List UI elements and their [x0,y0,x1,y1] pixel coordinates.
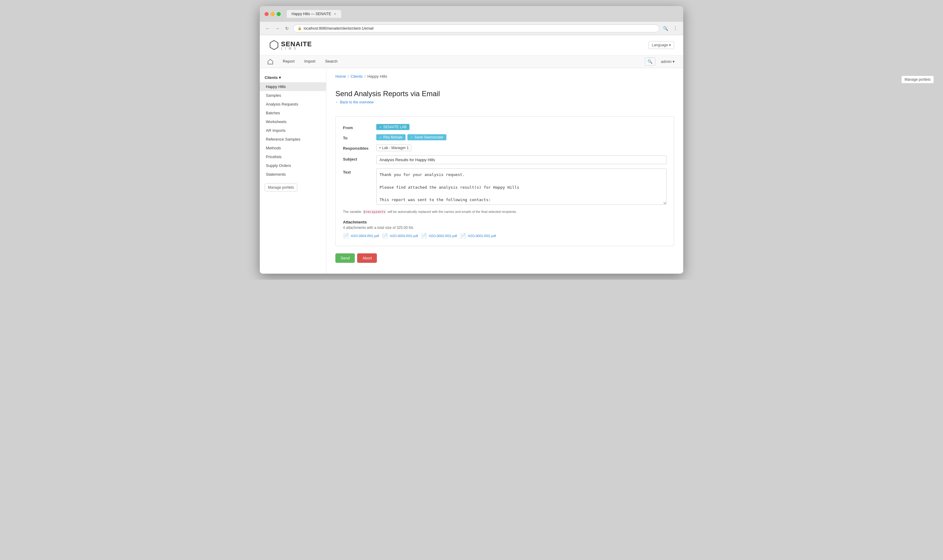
browser-menu-icon[interactable]: ⋮ [672,24,679,32]
sidebar-group-clients[interactable]: Clients ▾ [260,73,326,82]
app-header: SENAITE L I M S Language ▾ [260,35,683,55]
to-chip-rita-check-icon: ✓ [379,136,382,139]
nav-report[interactable]: Report [278,55,299,68]
browser-search-icon[interactable]: 🔍 [662,25,669,32]
attachments-section: Attachments 4 attachments with a total s… [343,220,666,238]
maximize-traffic-light[interactable] [277,12,281,16]
from-value: ✓ SENAITE LAB [376,124,666,130]
tab-close-icon[interactable]: ✕ [334,12,336,16]
forward-button[interactable]: → [274,25,281,32]
breadcrumb-sep-2: / [365,74,366,78]
form-row-text: Text Thank you for your analysis request… [343,168,666,206]
breadcrumb-home[interactable]: Home [335,74,346,78]
to-chip-rita-label: Rita Mohale [383,135,403,139]
content-area: Home / Clients / Happy Hills Manage port… [326,68,683,274]
svg-marker-0 [270,40,278,49]
search-button[interactable]: 🔍 [645,57,655,66]
attachment-4[interactable]: 📄 H2O-0001-R01.pdf [460,233,496,238]
from-chip-label: SENAITE LAB [383,125,406,129]
nav-import[interactable]: Import [299,55,320,68]
sidebar-item-happy-hills[interactable]: Happy Hills [260,82,326,91]
variable-code: $recipients [362,209,387,214]
language-button[interactable]: Language ▾ [648,41,674,49]
close-traffic-light[interactable] [265,12,269,16]
send-button[interactable]: Send [335,253,355,263]
abort-button[interactable]: Abort [357,253,377,263]
breadcrumb-current: Happy Hills [368,74,388,78]
sidebar-item-batches[interactable]: Batches [260,109,326,117]
address-bar[interactable]: 🔒 localhost:8080/senaite/clients/client-… [293,25,659,32]
lock-icon: 🔒 [298,26,302,30]
logo-hex-icon [269,40,279,50]
from-label: From [343,124,376,130]
to-chip-rita[interactable]: ✓ Rita Mohale [376,134,406,140]
browser-window: Happy Hills — SENAITE ✕ ← → ↻ 🔒 localhos… [260,6,683,274]
sidebar-item-analysis-requests[interactable]: Analysis Requests [260,100,326,109]
form-row-to: To ✓ Rita Mohale ✓ Sarel Seemonster [343,134,666,140]
refresh-button[interactable]: ↻ [283,25,291,32]
attachments-list: 📄 H2O-0004-R01.pdf 📄 H2O-0003-R01.pdf 📄 … [343,233,666,238]
manage-portlets-sidebar-button[interactable]: Manage portlets [265,183,297,191]
attachment-filename-4: H2O-0001-R01.pdf [468,234,496,238]
attachment-3[interactable]: 📄 H2O-0002-R01.pdf [421,233,457,238]
text-area-wrapper: Thank you for your analysis request. Ple… [376,168,666,206]
breadcrumb: Home / Clients / Happy Hills [335,74,387,78]
browser-tab[interactable]: Happy Hills — SENAITE ✕ [287,10,341,18]
nav-home-icon[interactable] [266,57,275,66]
resize-handle-icon: ⤡ [663,201,666,205]
subject-value[interactable] [376,155,666,164]
nav-right: 🔍 admin ▾ [645,57,677,66]
attachment-filename-1: H2O-0004-R01.pdf [351,234,379,238]
variable-note: The variable $recipients will be automat… [343,210,666,214]
variable-note-suffix: will be automatically replaced with the … [386,210,517,214]
sidebar-item-worksheets[interactable]: Worksheets [260,117,326,126]
admin-dropdown[interactable]: admin ▾ [658,58,677,65]
page-title: Send Analysis Reports via Email [335,89,674,98]
email-form-card: From ✓ SENAITE LAB To [335,116,674,246]
attachment-filename-2: H2O-0003-R01.pdf [390,234,418,238]
to-chip-sarel-check-icon: ✓ [411,136,413,139]
to-value: ✓ Rita Mohale ✓ Sarel Seemonster [376,134,666,140]
breadcrumb-clients[interactable]: Clients [351,74,363,78]
sidebar-item-ar-imports[interactable]: AR Imports [260,126,326,135]
sidebar-item-statements[interactable]: Statements [260,170,326,179]
breadcrumb-row: Home / Clients / Happy Hills Manage port… [335,74,674,85]
attachment-2[interactable]: 📄 H2O-0003-R01.pdf [382,233,418,238]
tab-title: Happy Hills — SENAITE [292,12,331,16]
text-textarea[interactable]: Thank you for your analysis request. Ple… [376,168,666,205]
action-buttons: Send Abort [335,253,674,263]
sidebar: Clients ▾ Happy Hills Samples Analysis R… [260,68,326,274]
nav-bar: Report Import Search 🔍 admin ▾ [260,55,683,68]
sidebar-item-supply-orders[interactable]: Supply Orders [260,161,326,170]
sidebar-item-reference-samples[interactable]: Reference Samples [260,135,326,144]
nav-search[interactable]: Search [320,55,342,68]
minimize-traffic-light[interactable] [271,12,275,16]
subject-input[interactable] [376,155,666,164]
from-chip[interactable]: ✓ SENAITE LAB [376,124,409,130]
back-to-overview-link[interactable]: ← Back to the overview [335,100,374,104]
new-tab-blank[interactable] [346,10,355,18]
pdf-icon-1: 📄 [343,233,349,238]
back-button[interactable]: ← [264,25,271,32]
attachment-1[interactable]: 📄 H2O-0004-R01.pdf [343,233,379,238]
text-label: Text [343,168,376,174]
svg-marker-1 [268,59,273,64]
attachments-label: Attachments [343,220,666,225]
browser-toolbar: ← → ↻ 🔒 localhost:8080/senaite/clients/c… [260,22,683,35]
sidebar-item-pricelists[interactable]: Pricelists [260,152,326,161]
form-row-from: From ✓ SENAITE LAB [343,124,666,130]
variable-note-prefix: The variable [343,210,362,214]
responsibles-chip[interactable]: + Lab - Manager 1 [376,145,411,151]
browser-titlebar: Happy Hills — SENAITE ✕ [260,6,683,22]
subject-label: Subject [343,155,376,162]
pdf-icon-3: 📄 [421,233,427,238]
from-chip-check-icon: ✓ [379,126,382,129]
responsibles-value: + Lab - Manager 1 [376,145,666,151]
sidebar-item-methods[interactable]: Methods [260,144,326,152]
sidebar-item-samples[interactable]: Samples [260,91,326,100]
to-chip-sarel[interactable]: ✓ Sarel Seemonster [408,134,446,140]
to-label: To [343,134,376,140]
responsibles-label: Responsibles [343,145,376,151]
overview-link-word[interactable]: overview [359,100,374,104]
traffic-lights [265,12,281,16]
